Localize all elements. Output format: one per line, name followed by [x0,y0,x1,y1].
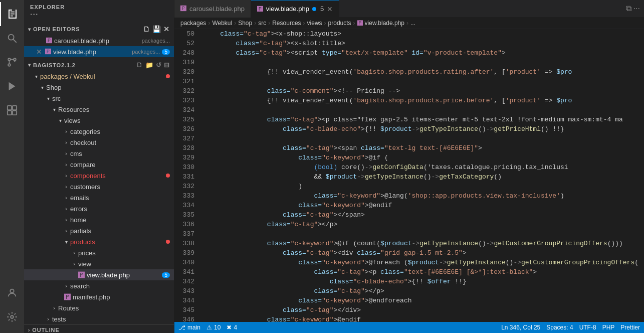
tree-shop[interactable]: ▾ Shop [24,82,174,93]
tab-carousel[interactable]: 🅿 carousel.blade.php [174,0,251,18]
save-all-icon[interactable]: 💾 [152,25,161,33]
svg-marker-12 [9,82,16,91]
open-editors-section[interactable]: ▾ OPEN EDITORS 🗋 💾 ✕ [24,23,174,35]
chevron-views: ▾ [56,118,64,123]
open-editor-view-path: packages... [132,49,160,55]
manifest-label: manifest.php [73,293,110,301]
status-encoding[interactable]: UTF-8 [579,324,596,331]
products-label: products [70,238,95,246]
tree-checkout[interactable]: › checkout [24,137,174,148]
tree-emails[interactable]: › emails [24,192,174,203]
explorer-icon[interactable] [0,2,24,26]
tree-components[interactable]: › components [24,170,174,181]
tree-products[interactable]: ▾ products [24,236,174,247]
close-view-button[interactable]: ✕ [36,48,42,55]
status-branch[interactable]: ⎇ main [178,324,200,331]
tree-routes[interactable]: › Routes [24,302,174,313]
breadcrumb-shop[interactable]: Shop [238,20,252,27]
tree-view-folder[interactable]: › view [24,258,174,269]
packages-label: packages / Webkul [40,73,95,80]
breadcrumb-webkul[interactable]: Webkul [212,20,232,27]
tree-manifest[interactable]: 🅿 manifest.php [24,291,174,302]
open-editors-label: OPEN EDITORS [33,26,80,32]
tree-partials[interactable]: › partials [24,225,174,236]
editor[interactable]: 5052248319320321322323324325326327328329… [174,29,644,322]
collapse-icon[interactable]: ⊟ [164,61,170,69]
status-warnings[interactable]: ⚠ 10 [206,324,221,331]
tree-packages-webkul[interactable]: ▾ packages / Webkul [24,71,174,82]
new-file-icon[interactable]: 🗋 [143,25,150,33]
tree-resources[interactable]: ▾ Resources [24,104,174,115]
split-editor-icon[interactable]: ⧉ [626,4,631,13]
status-warnings-label: 10 [214,324,221,331]
sidebar-menu-icon[interactable]: ··· [30,10,39,19]
root-chevron: ▾ [28,62,31,68]
tree-compare[interactable]: › compare [24,159,174,170]
tree-views[interactable]: ▾ views [24,115,174,126]
tree-categories[interactable]: › categories [24,126,174,137]
svg-rect-1 [9,10,10,19]
cursor-pos-label: Ln 346, Col 25 [501,324,540,331]
breadcrumb-php-icon: 🅿 [357,20,363,26]
open-editor-carousel[interactable]: 🅿 carousel.blade.php packages... [24,35,174,46]
open-editor-carousel-path: packages... [142,38,170,44]
status-spaces[interactable]: Spaces: 4 [546,324,573,331]
breadcrumb-src[interactable]: src [258,20,266,27]
refresh-icon[interactable]: ↺ [156,61,162,69]
svg-rect-5 [11,14,15,15]
tree-prices[interactable]: › prices [24,247,174,258]
close-view-tab[interactable]: ✕ [327,6,333,13]
new-file-tree-icon[interactable]: 🗋 [136,61,143,69]
tree-cms[interactable]: › cms [24,148,174,159]
emails-label: emails [70,194,89,202]
bagisto-root[interactable]: ▾ BAGISTO2.1.2 🗋 📁 ↺ ⊟ [24,59,174,71]
chevron-view-folder: › [70,261,78,267]
open-editors-chevron: ▾ [28,27,31,32]
outline-header[interactable]: › OUTLINE [24,325,174,333]
sidebar: EXPLORER ··· ▾ OPEN EDITORS 🗋 💾 ✕ 🅿 caro… [24,0,174,333]
close-all-icon[interactable]: ✕ [163,25,170,33]
status-errors[interactable]: ✖ 4 [227,324,237,331]
open-editor-view[interactable]: ✕ 🅿 view.blade.php packages... 5 [24,46,174,57]
breadcrumb-packages[interactable]: packages [180,20,206,27]
account-icon[interactable] [0,281,24,305]
chevron-src: ▾ [44,96,52,101]
partials-label: partials [70,227,91,235]
chevron-shop: ▾ [38,85,46,90]
root-label: BAGISTO2.1.2 [33,62,76,68]
home-label: home [70,216,87,224]
breadcrumb-products[interactable]: products [328,20,351,27]
tree-errors[interactable]: › errors [24,203,174,214]
breadcrumb-views[interactable]: views [307,20,322,27]
source-control-icon[interactable] [0,50,24,74]
extensions-icon[interactable] [0,98,24,122]
breadcrumb-resources[interactable]: Resources [272,20,301,27]
status-right: Ln 346, Col 25 Spaces: 4 UTF-8 PHP Prett… [501,324,640,331]
tab-view[interactable]: 🅿 view.blade.php 5 ✕ [251,0,339,18]
formatter-label: Prettier [620,324,640,331]
code-area[interactable]: class="c-tag"><x-shop::layouts> class="c… [200,29,644,322]
carousel-tab-label: carousel.blade.php [189,5,245,13]
status-formatter[interactable]: Prettier [620,324,640,331]
svg-rect-4 [11,12,15,13]
status-language[interactable]: PHP [602,324,615,331]
git-branch-icon: ⎇ [178,324,185,331]
search-activity-icon[interactable] [0,26,24,50]
tree-view-blade[interactable]: 🅿 view.blade.php 5 [24,269,174,280]
new-folder-icon[interactable]: 📁 [145,61,154,69]
status-cursor[interactable]: Ln 346, Col 25 [501,324,540,331]
more-tabs-icon[interactable]: ··· [633,4,640,13]
breadcrumb-view-blade[interactable]: 🅿 view.blade.php [357,20,404,27]
settings-icon[interactable] [0,305,24,329]
tree-src[interactable]: ▾ src [24,93,174,104]
tree-customers[interactable]: › customers [24,181,174,192]
tree-search[interactable]: › search [24,280,174,291]
tree-home[interactable]: › home [24,214,174,225]
svg-point-18 [11,315,14,318]
tree-tests[interactable]: › tests [24,313,174,324]
run-icon[interactable] [0,74,24,98]
status-branch-label: main [187,324,200,331]
breadcrumb-ellipsis[interactable]: ... [410,20,415,27]
search-label: search [70,282,90,290]
error-icon: ✖ [227,324,232,331]
